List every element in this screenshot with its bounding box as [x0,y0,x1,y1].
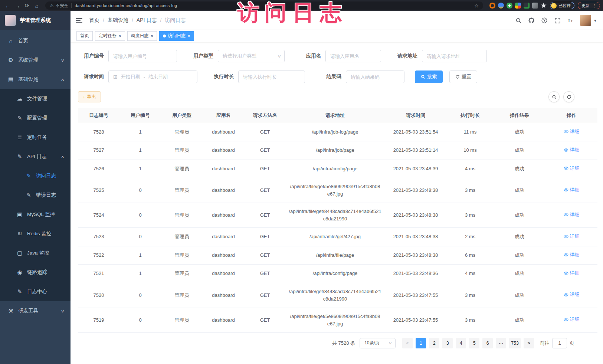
browser-url-bar[interactable]: ⚠ 不安全 dashboard.yudao.iocoder.cn/infra/l… [45,1,483,10]
sidebar-item-redis-monitor[interactable]: ≋Redis 监控 [0,224,71,243]
sidebar-item-file[interactable]: ☁文件管理 [0,89,71,108]
detail-link[interactable]: 详细 [564,146,580,154]
export-button[interactable]: ↓ 导出 [78,91,101,102]
page-button-5[interactable]: 5 [469,338,479,348]
detail-link-label: 详细 [570,291,580,298]
toggle-search-button[interactable] [548,91,560,102]
eye-icon [564,212,568,217]
more-pages-button[interactable]: ··· [496,338,506,348]
sidebar-item-home[interactable]: ⌂首页 [0,31,71,50]
sidebar-item-job[interactable]: ≣定时任务 [0,128,71,147]
table-cell: 2021-05-03 23:51:54 [384,123,447,141]
sidebar-item-log-center[interactable]: ✎日志中心 [0,282,71,301]
detail-link[interactable]: 详细 [564,211,580,219]
tab-访问日志[interactable]: 访问日志× [159,31,194,41]
breadcrumb-item[interactable]: 首页 [89,17,99,24]
tab-定时任务[interactable]: 定时任务× [95,31,125,41]
page-button-1[interactable]: 1 [416,338,426,348]
page-button-3[interactable]: 3 [442,338,453,348]
sidebar-item-dev-tools[interactable]: ⚒研发工具∨ [0,301,71,321]
breadcrumb-item[interactable]: API 日志 [137,17,157,24]
sidebar-item-mysql-monitor[interactable]: ▣MySQL 监控 [0,205,71,224]
font-size-icon[interactable]: TT [567,17,574,24]
detail-link[interactable]: 详细 [564,186,580,194]
help-icon[interactable] [541,17,548,24]
extension-icon[interactable] [507,3,512,9]
detail-link[interactable]: 详细 [564,316,580,323]
extension-icon[interactable] [489,3,495,9]
sidebar-item-config[interactable]: ✎配置管理 [0,108,71,128]
browser-update-button[interactable]: 更新 ⋮ [578,2,600,9]
browser-home-icon[interactable]: ⌂ [32,3,42,9]
filter-label-request-url: 请求地址 [391,53,417,59]
github-icon[interactable] [528,17,535,24]
detail-link[interactable]: 详细 [564,165,580,172]
page-button-6[interactable]: 6 [482,338,493,348]
page-button-4[interactable]: 4 [456,338,466,348]
cloud-upload-icon: ☁ [16,95,23,102]
table-cell: 7525 [78,178,119,203]
prev-page-button[interactable]: < [402,338,413,348]
detail-link[interactable]: 详细 [564,233,580,240]
detail-link-label: 详细 [570,186,580,194]
detail-link[interactable]: 详细 [564,128,580,135]
extension-icon[interactable] [498,3,504,9]
extension-icon[interactable] [532,3,538,9]
table-cell: 7523 [78,228,119,246]
security-warning-icon: ⚠ [50,3,54,8]
sidebar-item-api-log[interactable]: ✎API 日志∧ [0,147,71,166]
page-button-2[interactable]: 2 [429,338,439,348]
sidebar-item-system[interactable]: ⚙系统管理∨ [0,50,71,70]
sidebar-item-access-log[interactable]: ✎访问日志 [0,166,71,186]
kebab-menu-icon[interactable]: ⋮ [592,3,596,8]
refresh-table-button[interactable] [563,91,574,102]
table-cell: GET [244,228,286,246]
table-cell: 成功 [494,178,545,203]
hamburger-icon[interactable] [76,18,82,23]
reset-button[interactable]: 重置 [449,70,477,83]
tab-首页[interactable]: 首页 [76,31,93,41]
browser-reload-icon[interactable]: ⟳ [22,2,32,9]
next-page-button[interactable]: > [524,338,534,348]
sidebar-item-java-monitor[interactable]: ▢Java 监控 [0,243,71,263]
sidebar-item-error-log[interactable]: ✎错误日志 [0,186,71,205]
close-icon[interactable]: × [187,33,190,38]
user-avatar-menu[interactable]: ▼ [580,15,597,26]
table-cell: dashboard [203,178,244,203]
close-icon[interactable]: × [151,33,154,38]
duration-input[interactable] [238,70,305,83]
profile-avatar-icon [551,3,557,9]
user-id-input[interactable] [108,50,177,62]
table-cell: 成功 [494,160,545,178]
fullscreen-icon[interactable] [554,17,561,24]
breadcrumb-item[interactable]: 基础设施 [108,17,128,24]
search-icon[interactable] [515,17,522,24]
app-name-input[interactable] [325,50,381,62]
table-cell: 2021-05-03 23:48:36 [384,265,447,283]
extensions-puzzle-icon[interactable] [541,3,547,9]
request-url-input[interactable] [422,50,487,62]
result-code-input[interactable] [346,70,404,83]
goto-page-input[interactable] [552,338,567,348]
detail-link[interactable]: 详细 [564,269,580,277]
sidebar-item-trace[interactable]: ◉链路追踪 [0,263,71,282]
detail-link[interactable]: 详细 [564,291,580,298]
eye-icon [564,148,568,153]
app-logo[interactable]: 芋道管理系统 [0,11,71,30]
user-type-select[interactable]: 请选择用户类型 ∨ [218,50,285,62]
page-button-753[interactable]: 753 [509,338,521,348]
profile-paused-badge[interactable]: 已暂停 [550,2,574,9]
request-time-range-picker[interactable]: ⊞ 开始日期 - 结束日期 [108,70,197,83]
sidebar-item-infra[interactable]: ▤基础设施∧ [0,70,71,89]
extension-icon[interactable] [524,3,530,9]
browser-back-icon[interactable]: ← [3,3,13,9]
filter-label-user-id: 用户编号 [78,53,104,59]
tab-调度日志[interactable]: 调度日志× [127,31,157,41]
bookmark-star-icon[interactable]: ☆ [474,3,479,9]
search-button[interactable]: 搜索 [415,70,443,83]
browser-forward-icon[interactable]: → [13,3,22,9]
page-size-select[interactable]: 10条/页 ∨ [360,338,396,348]
extension-icon[interactable] [515,3,521,9]
detail-link[interactable]: 详细 [564,251,580,259]
close-icon[interactable]: × [118,33,121,38]
